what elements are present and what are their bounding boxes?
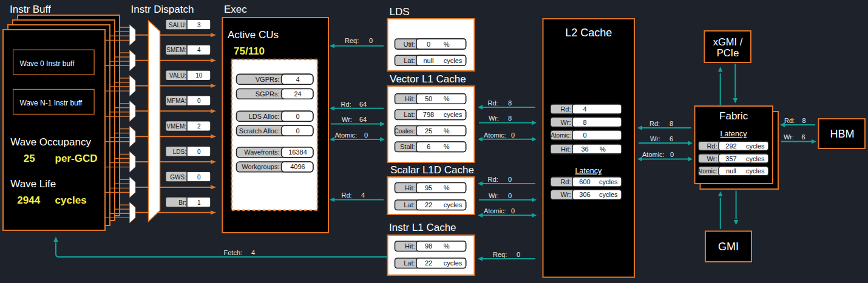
svg-text:Rd:: Rd: [560,105,571,113]
svg-text:Br:: Br: [178,199,186,206]
svg-text:%: % [600,145,606,153]
svg-text:Workgroups:: Workgroups: [242,163,279,170]
svg-text:Atomic:: Atomic: [335,132,358,139]
svg-text:cycles: cycles [746,167,765,175]
svg-text:8: 8 [583,119,586,126]
svg-text:Wave Occupancy: Wave Occupancy [10,136,91,148]
svg-text:Rd:: Rd: [560,178,571,185]
svg-text:cycles: cycles [746,142,765,150]
svg-text:HBM: HBM [830,128,855,140]
svg-text:95: 95 [425,184,432,191]
svg-text:SMEM:: SMEM: [166,47,186,53]
svg-text:22: 22 [425,259,432,267]
svg-text:Hit:: Hit: [405,95,415,102]
svg-text:4: 4 [361,191,365,199]
svg-text:cycles: cycles [444,201,463,208]
svg-text:Stall:: Stall: [400,143,415,150]
svg-text:4: 4 [251,249,255,256]
svg-text:VGPRs:: VGPRs: [256,76,280,83]
svg-text:%: % [444,95,450,102]
svg-text:8: 8 [508,99,512,107]
svg-text:Wave 0 Instr buff: Wave 0 Instr buff [20,59,75,68]
svg-text:306: 306 [579,191,590,198]
svg-text:64: 64 [359,116,367,123]
svg-text:Hit:: Hit: [561,145,571,153]
svg-text:Instr Buff: Instr Buff [10,4,51,15]
svg-text:GWS:: GWS: [170,174,186,181]
svg-text:798: 798 [423,111,434,118]
svg-text:6: 6 [427,143,430,150]
svg-text:VMEM:: VMEM: [166,123,186,130]
svg-text:%: % [444,127,450,135]
svg-text:8: 8 [802,117,805,124]
svg-text:Scalar L1D Cache: Scalar L1D Cache [390,164,474,176]
svg-text:22: 22 [425,201,432,208]
svg-text:Lat:: Lat: [404,111,415,118]
svg-text:Exec: Exec [224,4,247,15]
svg-text:%: % [444,184,450,191]
svg-text:6: 6 [670,135,673,142]
svg-text:Atomic:: Atomic: [642,151,665,158]
svg-text:0: 0 [583,132,586,139]
svg-text:PCIe: PCIe [717,47,739,58]
svg-text:cycles: cycles [444,57,463,64]
svg-text:Wave Life: Wave Life [10,178,56,190]
svg-text:Wr:: Wr: [707,155,717,162]
svg-text:0: 0 [508,176,512,183]
svg-text:cycles: cycles [444,111,463,118]
svg-text:36: 36 [581,145,588,153]
svg-text:Hit:: Hit: [405,242,415,250]
svg-text:0: 0 [197,148,201,155]
svg-text:%: % [444,41,450,48]
svg-text:1: 1 [197,199,201,206]
svg-text:24: 24 [294,90,301,98]
svg-text:0: 0 [296,113,299,120]
svg-text:25: 25 [425,127,432,135]
svg-text:0: 0 [511,132,515,139]
svg-text:Latency: Latency [721,130,748,138]
svg-text:8: 8 [670,120,673,127]
svg-text:0: 0 [511,207,515,215]
svg-text:Scratch Alloc:: Scratch Alloc: [239,127,280,135]
svg-text:Rd:: Rd: [488,99,498,107]
svg-text:Wr:: Wr: [489,192,499,199]
svg-text:3: 3 [197,22,201,28]
svg-text:Req:: Req: [493,251,507,258]
svg-text:50: 50 [425,95,432,102]
svg-text:LDS:: LDS: [173,148,186,155]
svg-text:xGMI /: xGMI / [713,36,743,47]
svg-text:Wr:: Wr: [561,119,571,126]
svg-text:Wr:: Wr: [561,191,571,198]
svg-text:Rd:: Rd: [649,120,660,127]
svg-text:75/110: 75/110 [234,45,265,57]
svg-text:600: 600 [579,178,590,185]
svg-text:cycles: cycles [746,155,765,162]
svg-text:Wr:: Wr: [650,135,660,142]
svg-text:null: null [423,57,433,64]
svg-text:Wr:: Wr: [489,115,499,122]
svg-text:0: 0 [197,174,201,181]
svg-text:null: null [726,167,736,175]
svg-text:0: 0 [197,98,201,104]
svg-text:Wr:: Wr: [784,133,794,141]
svg-text:4: 4 [583,105,586,113]
svg-text:292: 292 [725,142,736,150]
svg-text:Active CUs: Active CUs [228,29,279,41]
svg-text:cycles: cycles [444,259,463,267]
svg-text:cycles: cycles [599,191,618,198]
svg-text:Rd:: Rd: [784,117,795,124]
svg-text:cycles: cycles [599,178,618,185]
svg-text:MFMA:: MFMA: [167,98,186,104]
svg-text:Instr L1 Cache: Instr L1 Cache [389,222,456,233]
svg-text:8: 8 [508,115,512,122]
svg-text:Vector L1 Cache: Vector L1 Cache [390,73,466,85]
svg-text:Rd:: Rd: [342,191,352,199]
svg-text:Atomic:: Atomic: [551,132,571,139]
svg-text:0: 0 [508,192,512,199]
svg-text:%: % [444,143,450,150]
svg-text:Rd:: Rd: [707,142,717,150]
svg-text:Coales:: Coales: [395,128,415,135]
svg-text:16384: 16384 [288,148,307,156]
svg-text:4: 4 [197,47,201,53]
svg-text:Wave N-1 Instr buff: Wave N-1 Instr buff [20,99,83,107]
